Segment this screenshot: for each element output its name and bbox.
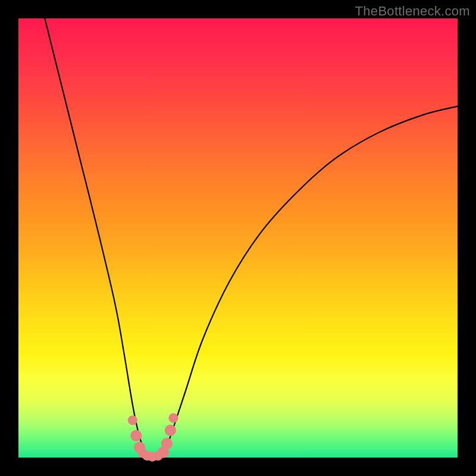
- chart-frame: TheBottleneck.com: [0, 0, 476, 476]
- curve-marker: [130, 430, 142, 441]
- bottleneck-curve: [45, 18, 458, 458]
- curve-marker: [161, 438, 173, 449]
- curve-marker: [165, 425, 176, 436]
- curve-marker: [128, 415, 137, 425]
- bottleneck-curve-svg: [18, 18, 458, 458]
- watermark-text: TheBottleneck.com: [355, 4, 470, 19]
- curve-marker: [168, 413, 178, 422]
- plot-area: [18, 18, 458, 458]
